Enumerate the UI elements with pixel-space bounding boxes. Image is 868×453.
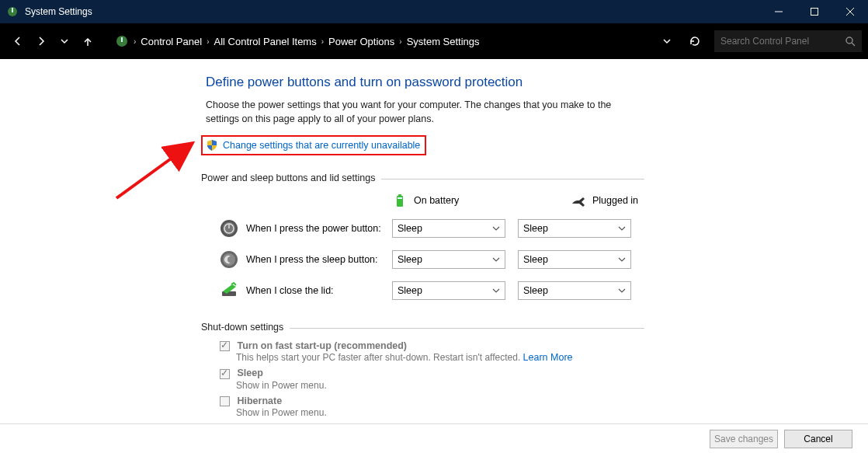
dropdown-value: Sleep [523, 285, 548, 296]
learn-more-link[interactable]: Learn More [523, 352, 573, 363]
recent-locations-button[interactable] [53, 30, 76, 53]
navbar: › Control Panel › All Control Panel Item… [0, 23, 868, 59]
uac-shield-icon [206, 139, 218, 152]
shutdown-settings: Turn on fast start-up (recommended) This… [206, 340, 800, 423]
item-title: Hibernate [237, 396, 282, 406]
svg-rect-1 [12, 8, 13, 12]
breadcrumb[interactable]: › Control Panel › All Control Panel Item… [115, 34, 480, 48]
power-button-battery-dropdown[interactable]: Sleep [392, 219, 505, 238]
window-title: System Settings [25, 6, 92, 17]
page-description: Choose the power settings that you want … [206, 98, 641, 126]
chevron-down-icon [618, 225, 626, 232]
lid-icon [220, 281, 238, 300]
chevron-right-icon: › [321, 37, 324, 46]
checkbox-fast-startup[interactable] [220, 341, 230, 351]
forward-button[interactable] [30, 30, 53, 53]
col-label-plugged: Plugged in [592, 195, 638, 206]
breadcrumb-item[interactable]: Power Options [328, 36, 394, 47]
app-icon [6, 5, 19, 18]
save-changes-button[interactable]: Save changes [710, 430, 778, 448]
dropdown-value: Sleep [398, 285, 422, 296]
sleep-button-icon [220, 250, 238, 269]
row-label: When I close the lid: [246, 285, 392, 296]
checkbox-sleep[interactable] [220, 369, 230, 379]
back-button[interactable] [6, 30, 30, 53]
item-title: Sleep [237, 368, 262, 378]
plug-icon [571, 193, 586, 208]
chevron-right-icon: › [134, 37, 136, 46]
svg-rect-3 [811, 9, 818, 16]
item-sub: Show in Power menu. [236, 407, 800, 418]
chevron-down-icon [618, 287, 626, 294]
setting-row-sleep-button: When I press the sleep button: Sleep Sle… [206, 250, 800, 269]
svg-line-10 [852, 43, 855, 46]
svg-rect-12 [398, 194, 401, 197]
item-sub: Show in Power menu. [236, 380, 800, 391]
dropdown-value: Sleep [398, 254, 422, 265]
chevron-down-icon [492, 256, 500, 263]
sleep-button-battery-dropdown[interactable]: Sleep [392, 250, 505, 269]
row-label: When I press the power button: [246, 223, 392, 234]
close-button[interactable] [832, 0, 868, 23]
dropdown-value: Sleep [398, 223, 422, 234]
change-settings-link-highlighted: Change settings that are currently unava… [201, 135, 426, 155]
minimize-button[interactable] [761, 0, 797, 23]
shutdown-item-hibernate: Hibernate Show in Power menu. [220, 396, 800, 418]
shutdown-item-sleep: Sleep Show in Power menu. [220, 368, 800, 390]
maximize-button[interactable] [797, 0, 832, 23]
power-button-icon [220, 219, 238, 238]
column-headers: On battery Plugged in [392, 186, 800, 219]
chevron-down-icon [618, 256, 626, 263]
chevron-right-icon: › [399, 37, 401, 46]
setting-row-power-button: When I press the power button: Sleep Sle… [206, 219, 800, 238]
change-settings-link[interactable]: Change settings that are currently unava… [223, 140, 420, 151]
chevron-right-icon: › [207, 37, 209, 46]
group-label-shutdown: Shut-down settings [201, 322, 283, 333]
dropdown-value: Sleep [523, 223, 548, 234]
svg-rect-13 [398, 197, 402, 199]
battery-icon [392, 193, 408, 208]
checkbox-hibernate[interactable] [220, 396, 230, 406]
close-lid-plugged-dropdown[interactable]: Sleep [518, 281, 631, 300]
search-box[interactable] [714, 30, 862, 52]
chevron-down-icon [492, 225, 500, 232]
svg-point-9 [846, 37, 852, 44]
breadcrumb-item[interactable]: System Settings [407, 36, 480, 47]
content-area: Define power buttons and turn on passwor… [0, 59, 862, 423]
search-input[interactable] [720, 36, 837, 47]
svg-rect-8 [121, 37, 123, 42]
up-button[interactable] [76, 30, 99, 53]
sleep-button-plugged-dropdown[interactable]: Sleep [518, 250, 631, 269]
titlebar: System Settings [0, 0, 868, 23]
search-icon [845, 36, 856, 47]
power-button-plugged-dropdown[interactable]: Sleep [518, 219, 631, 238]
close-lid-battery-dropdown[interactable]: Sleep [392, 281, 505, 300]
chevron-down-icon [492, 287, 500, 294]
row-label: When I press the sleep button: [246, 254, 392, 265]
col-label-battery: On battery [414, 195, 459, 206]
location-icon [115, 34, 129, 48]
item-title: Turn on fast start-up (recommended) [237, 340, 407, 351]
shutdown-item-fast-startup: Turn on fast start-up (recommended) This… [220, 340, 800, 363]
cancel-button[interactable]: Cancel [784, 430, 852, 448]
breadcrumb-item[interactable]: Control Panel [141, 36, 202, 47]
setting-row-close-lid: When I close the lid: Sleep Sleep [206, 281, 800, 300]
page-title: Define power buttons and turn on passwor… [206, 75, 800, 90]
address-dropdown-button[interactable] [655, 30, 679, 53]
breadcrumb-item[interactable]: All Control Panel Items [214, 36, 316, 47]
group-label-buttons: Power and sleep buttons and lid settings [201, 172, 375, 183]
dropdown-value: Sleep [523, 254, 548, 265]
refresh-button[interactable] [683, 30, 707, 53]
footer: Save changes Cancel [0, 423, 868, 453]
item-sub: This helps start your PC faster after sh… [236, 352, 520, 363]
